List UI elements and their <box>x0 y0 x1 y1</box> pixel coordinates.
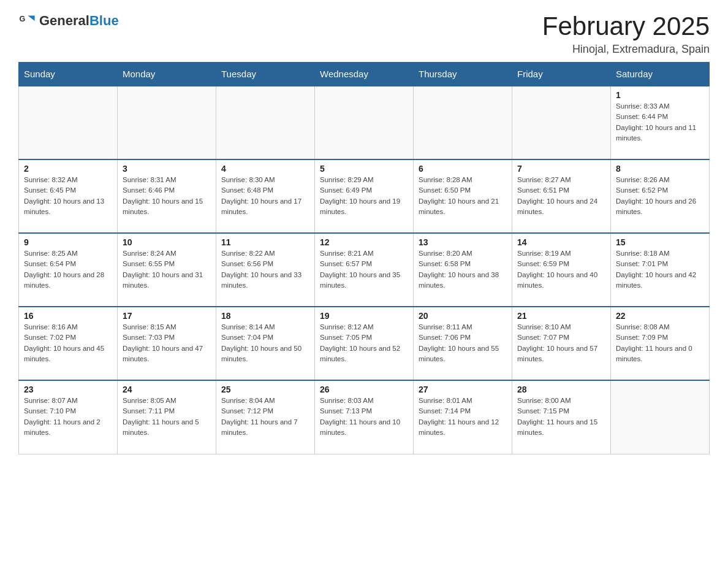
calendar-day-cell: 1Sunrise: 8:33 AM Sunset: 6:44 PM Daylig… <box>611 86 710 159</box>
day-info: Sunrise: 8:33 AM Sunset: 6:44 PM Dayligh… <box>616 101 704 144</box>
day-of-week-header: Sunday <box>19 63 118 86</box>
calendar-day-cell <box>216 86 315 159</box>
calendar-day-cell: 17Sunrise: 8:15 AM Sunset: 7:03 PM Dayli… <box>118 307 216 380</box>
calendar-day-cell: 9Sunrise: 8:25 AM Sunset: 6:54 PM Daylig… <box>19 233 118 307</box>
calendar-day-cell: 7Sunrise: 8:27 AM Sunset: 6:51 PM Daylig… <box>512 159 611 233</box>
day-of-week-header: Thursday <box>414 63 512 86</box>
calendar-day-cell: 21Sunrise: 8:10 AM Sunset: 7:07 PM Dayli… <box>512 307 611 380</box>
day-info: Sunrise: 8:20 AM Sunset: 6:58 PM Dayligh… <box>419 248 507 291</box>
svg-text:G: G <box>19 15 25 23</box>
month-title: February 2025 <box>542 12 710 40</box>
day-number: 28 <box>517 385 605 394</box>
calendar-day-cell: 19Sunrise: 8:12 AM Sunset: 7:05 PM Dayli… <box>315 307 414 380</box>
day-number: 13 <box>419 237 507 247</box>
day-number: 16 <box>24 311 112 321</box>
calendar-day-cell <box>315 86 414 159</box>
day-info: Sunrise: 8:14 AM Sunset: 7:04 PM Dayligh… <box>221 322 309 364</box>
logo-icon: G <box>18 12 36 29</box>
day-info: Sunrise: 8:30 AM Sunset: 6:48 PM Dayligh… <box>221 175 309 217</box>
day-number: 11 <box>221 237 309 247</box>
day-info: Sunrise: 8:04 AM Sunset: 7:12 PM Dayligh… <box>221 396 309 438</box>
day-info: Sunrise: 8:00 AM Sunset: 7:15 PM Dayligh… <box>517 396 605 438</box>
day-info: Sunrise: 8:26 AM Sunset: 6:52 PM Dayligh… <box>616 175 704 217</box>
calendar-day-cell: 25Sunrise: 8:04 AM Sunset: 7:12 PM Dayli… <box>216 380 315 454</box>
calendar-day-cell <box>118 86 216 159</box>
day-number: 10 <box>123 237 211 247</box>
calendar-day-cell: 15Sunrise: 8:18 AM Sunset: 7:01 PM Dayli… <box>611 233 710 307</box>
calendar-day-cell: 28Sunrise: 8:00 AM Sunset: 7:15 PM Dayli… <box>512 380 611 454</box>
day-info: Sunrise: 8:10 AM Sunset: 7:07 PM Dayligh… <box>517 322 605 364</box>
day-info: Sunrise: 8:15 AM Sunset: 7:03 PM Dayligh… <box>123 322 211 364</box>
day-of-week-header: Saturday <box>611 63 710 86</box>
calendar-day-cell: 13Sunrise: 8:20 AM Sunset: 6:58 PM Dayli… <box>414 233 512 307</box>
day-info: Sunrise: 8:24 AM Sunset: 6:55 PM Dayligh… <box>123 248 211 291</box>
day-info: Sunrise: 8:32 AM Sunset: 6:45 PM Dayligh… <box>24 175 112 217</box>
calendar-day-cell: 16Sunrise: 8:16 AM Sunset: 7:02 PM Dayli… <box>19 307 118 380</box>
logo: G GeneralBlue <box>18 12 119 29</box>
day-number: 15 <box>616 237 704 247</box>
day-info: Sunrise: 8:16 AM Sunset: 7:02 PM Dayligh… <box>24 322 112 364</box>
calendar-day-cell: 8Sunrise: 8:26 AM Sunset: 6:52 PM Daylig… <box>611 159 710 233</box>
logo-text-general: General <box>39 13 89 28</box>
day-number: 3 <box>123 164 211 174</box>
day-number: 19 <box>320 311 408 321</box>
day-info: Sunrise: 8:05 AM Sunset: 7:11 PM Dayligh… <box>123 396 211 438</box>
day-number: 25 <box>221 385 309 394</box>
calendar-day-cell: 20Sunrise: 8:11 AM Sunset: 7:06 PM Dayli… <box>414 307 512 380</box>
page-header: G GeneralBlue February 2025 Hinojal, Ext… <box>18 12 710 56</box>
day-info: Sunrise: 8:12 AM Sunset: 7:05 PM Dayligh… <box>320 322 408 364</box>
calendar-table: SundayMondayTuesdayWednesdayThursdayFrid… <box>18 62 710 454</box>
day-number: 23 <box>24 385 112 394</box>
logo-text-blue: Blue <box>89 13 119 28</box>
day-number: 7 <box>517 164 605 174</box>
day-info: Sunrise: 8:03 AM Sunset: 7:13 PM Dayligh… <box>320 396 408 438</box>
calendar-day-cell: 3Sunrise: 8:31 AM Sunset: 6:46 PM Daylig… <box>118 159 216 233</box>
day-info: Sunrise: 8:22 AM Sunset: 6:56 PM Dayligh… <box>221 248 309 291</box>
day-number: 20 <box>419 311 507 321</box>
location-title: Hinojal, Extremadura, Spain <box>542 43 710 56</box>
calendar-day-cell: 24Sunrise: 8:05 AM Sunset: 7:11 PM Dayli… <box>118 380 216 454</box>
day-info: Sunrise: 8:18 AM Sunset: 7:01 PM Dayligh… <box>616 248 704 291</box>
day-info: Sunrise: 8:29 AM Sunset: 6:49 PM Dayligh… <box>320 175 408 217</box>
day-number: 18 <box>221 311 309 321</box>
title-section: February 2025 Hinojal, Extremadura, Spai… <box>542 12 710 56</box>
day-number: 2 <box>24 164 112 174</box>
day-number: 21 <box>517 311 605 321</box>
calendar-day-cell: 27Sunrise: 8:01 AM Sunset: 7:14 PM Dayli… <box>414 380 512 454</box>
day-info: Sunrise: 8:07 AM Sunset: 7:10 PM Dayligh… <box>24 396 112 438</box>
calendar-day-cell <box>611 380 710 454</box>
day-number: 24 <box>123 385 211 394</box>
calendar-day-cell <box>19 86 118 159</box>
day-of-week-header: Wednesday <box>315 63 414 86</box>
day-of-week-header: Friday <box>512 63 611 86</box>
calendar-header-row: SundayMondayTuesdayWednesdayThursdayFrid… <box>19 63 710 86</box>
calendar-day-cell: 26Sunrise: 8:03 AM Sunset: 7:13 PM Dayli… <box>315 380 414 454</box>
day-number: 22 <box>616 311 704 321</box>
day-number: 14 <box>517 237 605 247</box>
day-info: Sunrise: 8:01 AM Sunset: 7:14 PM Dayligh… <box>419 396 507 438</box>
day-info: Sunrise: 8:11 AM Sunset: 7:06 PM Dayligh… <box>419 322 507 364</box>
calendar-day-cell: 2Sunrise: 8:32 AM Sunset: 6:45 PM Daylig… <box>19 159 118 233</box>
day-number: 5 <box>320 164 408 174</box>
day-number: 6 <box>419 164 507 174</box>
calendar-day-cell: 6Sunrise: 8:28 AM Sunset: 6:50 PM Daylig… <box>414 159 512 233</box>
calendar-day-cell: 5Sunrise: 8:29 AM Sunset: 6:49 PM Daylig… <box>315 159 414 233</box>
calendar-day-cell: 18Sunrise: 8:14 AM Sunset: 7:04 PM Dayli… <box>216 307 315 380</box>
day-info: Sunrise: 8:31 AM Sunset: 6:46 PM Dayligh… <box>123 175 211 217</box>
calendar-day-cell <box>414 86 512 159</box>
day-info: Sunrise: 8:08 AM Sunset: 7:09 PM Dayligh… <box>616 322 704 364</box>
calendar-day-cell: 12Sunrise: 8:21 AM Sunset: 6:57 PM Dayli… <box>315 233 414 307</box>
day-number: 1 <box>616 90 704 100</box>
calendar-day-cell <box>512 86 611 159</box>
day-info: Sunrise: 8:28 AM Sunset: 6:50 PM Dayligh… <box>419 175 507 217</box>
calendar-day-cell: 10Sunrise: 8:24 AM Sunset: 6:55 PM Dayli… <box>118 233 216 307</box>
day-info: Sunrise: 8:27 AM Sunset: 6:51 PM Dayligh… <box>517 175 605 217</box>
calendar-week-row: 23Sunrise: 8:07 AM Sunset: 7:10 PM Dayli… <box>19 380 710 454</box>
svg-marker-1 <box>28 16 34 21</box>
calendar-day-cell: 22Sunrise: 8:08 AM Sunset: 7:09 PM Dayli… <box>611 307 710 380</box>
day-of-week-header: Monday <box>118 63 216 86</box>
calendar-week-row: 2Sunrise: 8:32 AM Sunset: 6:45 PM Daylig… <box>19 159 710 233</box>
day-info: Sunrise: 8:19 AM Sunset: 6:59 PM Dayligh… <box>517 248 605 291</box>
day-number: 4 <box>221 164 309 174</box>
calendar-day-cell: 4Sunrise: 8:30 AM Sunset: 6:48 PM Daylig… <box>216 159 315 233</box>
